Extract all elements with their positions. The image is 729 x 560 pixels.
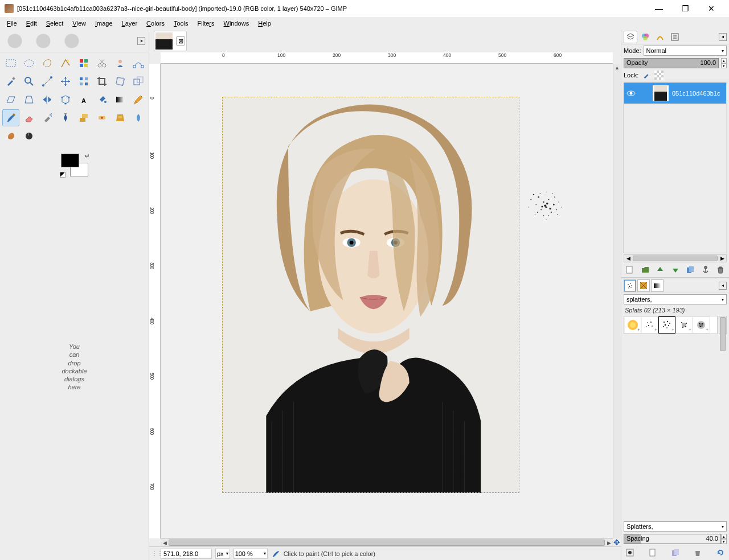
lock-alpha-button[interactable] [654, 71, 664, 80]
scroll-up-button[interactable]: ▲ [613, 64, 621, 72]
anchor-layer-button[interactable] [701, 265, 711, 275]
status-zoom-field[interactable]: 100 %▾ [234, 549, 268, 559]
opacity-spinner[interactable]: ▴▾ [721, 58, 727, 68]
paths-tab[interactable] [653, 31, 667, 43]
menu-colors[interactable]: Colors [142, 19, 169, 28]
text-tool[interactable]: A [75, 91, 92, 108]
image-tab[interactable]: ⊠ [154, 31, 187, 51]
move-tool[interactable] [57, 73, 74, 90]
layer-name[interactable]: 051c110d463b1c [672, 90, 720, 97]
toolbox-menu-button[interactable]: ◂ [137, 37, 145, 45]
canvas-navigate-button[interactable]: ✥ [613, 538, 621, 546]
menu-help[interactable]: Help [253, 19, 276, 28]
edit-brush-button[interactable] [625, 547, 635, 558]
menu-filters[interactable]: Filters [193, 19, 219, 28]
ink-tool[interactable] [57, 109, 74, 126]
airbrush-tool[interactable] [39, 109, 56, 126]
window-minimize-button[interactable]: — [646, 0, 672, 17]
fuzzy-select-tool[interactable] [57, 55, 74, 72]
status-units-select[interactable]: px▾ [215, 549, 230, 559]
new-layer-button[interactable] [625, 265, 635, 275]
layer-item[interactable]: 051c110d463b1c [624, 83, 726, 104]
blur-tool[interactable] [130, 109, 147, 126]
scroll-right-button[interactable]: ▶ [605, 539, 613, 546]
brush-filter-field[interactable]: splatters,▾ [624, 294, 727, 304]
layer-list[interactable]: 051c110d463b1c [624, 83, 727, 253]
perspective-clone-tool[interactable] [112, 109, 129, 126]
blend-tool[interactable] [112, 91, 129, 108]
patterns-tab[interactable] [637, 279, 650, 292]
dock-tab-menu-button[interactable]: ◂ [719, 33, 727, 41]
horizontal-ruler[interactable]: 0 100 200 300 400 500 600 [161, 52, 613, 64]
menu-windows[interactable]: Windows [219, 19, 254, 28]
layer-mode-select[interactable]: Normal▾ [644, 46, 727, 56]
smudge-tool[interactable] [2, 127, 19, 145]
canvas-viewport[interactable] [161, 64, 613, 538]
swap-colors-button[interactable]: ⇄ [85, 153, 89, 158]
default-colors-button[interactable] [60, 172, 65, 178]
bucket-fill-tool[interactable] [93, 91, 110, 108]
layer-group-button[interactable] [640, 265, 650, 275]
duplicate-layer-button[interactable] [685, 265, 695, 275]
flip-tool[interactable] [39, 91, 56, 108]
scale-tool[interactable] [130, 73, 147, 90]
brush-item[interactable]: + [624, 316, 641, 333]
layers-tab[interactable] [624, 31, 637, 43]
zoom-tool[interactable] [21, 73, 38, 90]
duplicate-brush-button[interactable] [670, 547, 681, 558]
lock-pixels-button[interactable] [642, 71, 651, 80]
color-picker-tool[interactable] [2, 73, 19, 90]
paths-tool[interactable] [130, 55, 147, 72]
crop-tool[interactable] [93, 73, 110, 90]
rotate-tool[interactable] [112, 73, 129, 90]
window-maximize-button[interactable]: ❐ [672, 0, 698, 17]
menu-file[interactable]: File [2, 19, 22, 28]
scissors-tool[interactable] [93, 55, 110, 72]
brush-dock-menu-button[interactable]: ◂ [719, 282, 727, 290]
brush-category-select[interactable]: Splatters,▾ [624, 521, 727, 532]
canvas-vertical-scrollbar[interactable]: ▲ [613, 64, 621, 538]
delete-brush-button[interactable] [693, 547, 703, 558]
brush-spacing-slider[interactable]: Spacing 40.0 [624, 534, 721, 544]
canvas-horizontal-scrollbar[interactable]: ◀ ▶ [161, 538, 613, 546]
delete-layer-button[interactable] [715, 265, 726, 275]
foreground-select-tool[interactable] [112, 55, 129, 72]
channels-tab[interactable] [638, 31, 652, 43]
eraser-tool[interactable] [21, 109, 38, 126]
free-select-tool[interactable] [39, 55, 56, 72]
brush-item[interactable]: + [641, 316, 658, 333]
brush-item[interactable]: + [675, 316, 693, 333]
menu-view[interactable]: View [68, 19, 91, 28]
vertical-ruler[interactable]: 0 100 200 300 400 500 600 700 [149, 64, 161, 538]
ellipse-select-tool[interactable] [21, 55, 38, 72]
brush-grid-scrollbar[interactable] [719, 316, 727, 334]
brush-item[interactable]: + [693, 316, 710, 333]
by-color-select-tool[interactable] [75, 55, 92, 72]
perspective-tool[interactable] [21, 91, 38, 108]
lower-layer-button[interactable] [670, 265, 681, 275]
heal-tool[interactable] [93, 109, 110, 126]
window-close-button[interactable]: ✕ [698, 0, 724, 17]
align-tool[interactable] [75, 73, 92, 90]
pencil-tool[interactable] [130, 91, 147, 108]
brush-grid[interactable]: + + + + + [624, 316, 718, 334]
gradients-tab[interactable] [651, 279, 664, 292]
refresh-brushes-button[interactable] [715, 547, 726, 558]
new-brush-button[interactable] [648, 547, 658, 558]
clone-tool[interactable] [75, 109, 92, 126]
menu-tools[interactable]: Tools [169, 19, 193, 28]
cage-tool[interactable] [57, 91, 74, 108]
hscroll-thumb[interactable] [169, 540, 605, 546]
rect-select-tool[interactable] [2, 55, 19, 72]
layer-opacity-slider[interactable]: Opacity 100.0 [624, 58, 719, 68]
image-tab-close-button[interactable]: ⊠ [176, 36, 185, 46]
shear-tool[interactable] [2, 91, 19, 108]
brushes-tab[interactable] [624, 279, 636, 292]
foreground-color-swatch[interactable] [61, 154, 79, 167]
color-swatches[interactable]: ⇄ [0, 147, 149, 183]
measure-tool[interactable] [39, 73, 56, 90]
dodge-burn-tool[interactable] [21, 127, 38, 145]
scroll-left-button[interactable]: ◀ [161, 539, 169, 546]
brush-item-selected[interactable]: + [658, 316, 675, 333]
paintbrush-tool[interactable] [2, 109, 19, 126]
